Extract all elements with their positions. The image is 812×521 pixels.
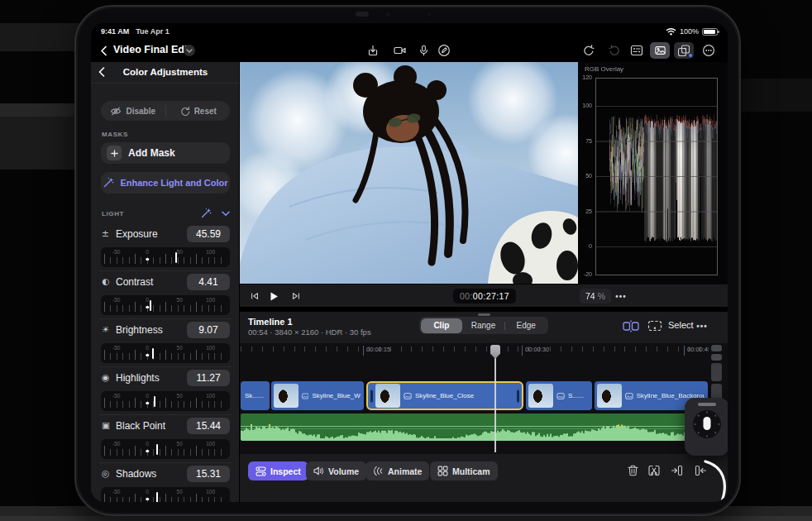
clip-selected[interactable]: Skyline_Blue_Close: [366, 381, 523, 410]
slider-value-field[interactable]: 15.44: [187, 418, 230, 434]
mode-edge[interactable]: Edge: [505, 318, 547, 333]
clip-options-button[interactable]: [646, 319, 664, 332]
ellipsis-icon: •••: [615, 292, 627, 301]
mode-range[interactable]: Range: [462, 318, 504, 333]
slider-thumb[interactable]: [156, 444, 158, 455]
play-button[interactable]: [267, 290, 280, 302]
record-video-button[interactable]: [390, 42, 408, 59]
slider-thumb[interactable]: [156, 492, 158, 502]
slider-thumb[interactable]: [152, 348, 154, 359]
timeline-more-button[interactable]: •••: [693, 319, 711, 332]
timecode-display[interactable]: 00:00:27:17: [453, 289, 516, 304]
panel-resize-handle[interactable]: [478, 313, 490, 316]
auto-enhance-icon[interactable]: [200, 208, 212, 219]
slider-value-field[interactable]: 4.41: [187, 274, 230, 290]
inspect-button[interactable]: Inspect: [248, 461, 308, 480]
wifi-icon: [666, 27, 676, 36]
exposure-icon: ±: [102, 228, 113, 238]
collapse-chevron-icon[interactable]: [222, 211, 230, 217]
pencil-icon: [437, 44, 451, 57]
reset-icon: [179, 106, 190, 117]
slider-label: Black Point: [116, 420, 165, 432]
reset-button[interactable]: Reset: [166, 101, 231, 121]
timeline-ruler[interactable]: [241, 347, 709, 351]
clip[interactable]: S......: [526, 381, 592, 410]
select-mode-button[interactable]: Select: [668, 320, 694, 330]
clip-name: Sk......: [243, 392, 264, 399]
jog-dial-icon: [690, 408, 724, 441]
add-mask-button[interactable]: Add Mask: [101, 142, 230, 164]
slider-thumb[interactable]: [175, 252, 177, 263]
playhead-line: [494, 345, 496, 452]
disable-button[interactable]: Disable: [101, 101, 165, 121]
redo-button[interactable]: [605, 42, 623, 59]
effects-browser-button[interactable]: [674, 42, 694, 59]
speaker-icon: [313, 466, 324, 476]
viewer-more-button[interactable]: •••: [614, 290, 628, 302]
background-panel: [0, 117, 79, 170]
slider-track[interactable]: -50 0 50 100: [101, 295, 230, 315]
date: Tue Apr 1: [136, 27, 170, 36]
pencil-stroke-decoration: [699, 460, 728, 502]
pencil-settings-button[interactable]: [435, 42, 453, 59]
animate-button[interactable]: Animate: [365, 461, 429, 480]
scope-panel: RGB Overlay 120 100 75 50 25 0 -20: [578, 62, 728, 284]
delete-button[interactable]: [625, 463, 640, 478]
clip-name: Skyline_Blue_Close: [415, 392, 474, 399]
more-button[interactable]: [700, 42, 718, 59]
slider-value-field[interactable]: 11.27: [187, 370, 230, 386]
import-button[interactable]: [364, 42, 382, 59]
zoom-level[interactable]: 74 %: [580, 289, 611, 304]
skip-back-button[interactable]: [248, 290, 261, 302]
slider-value-field[interactable]: 9.07: [187, 322, 230, 338]
project-title[interactable]: Video Final Edit: [113, 44, 191, 55]
clock: 9:41 AM: [101, 27, 129, 36]
jog-wheel-grip[interactable]: [698, 403, 716, 406]
preview-image: [240, 62, 578, 284]
inspector-toggle-button[interactable]: [628, 42, 646, 59]
video-preview[interactable]: [240, 62, 578, 284]
inspect-icon: [256, 466, 266, 477]
slider-track[interactable]: -50 0 50 100: [101, 391, 230, 411]
split-clip-icon: [647, 464, 661, 477]
timecode-value: 00:27:17: [473, 291, 509, 301]
transport-bar: 00:00:27:17 74 % •••: [240, 284, 728, 307]
origin-dot: [146, 258, 149, 261]
origin-dot: [146, 306, 149, 309]
record-audio-button[interactable]: [414, 42, 432, 59]
clip-thumbnail: [375, 384, 400, 408]
clip-name: S......: [568, 392, 584, 399]
contrast-icon: ◐: [102, 276, 113, 286]
slider-track[interactable]: -50 0 50 100: [101, 487, 230, 502]
blade-button[interactable]: [647, 463, 662, 478]
title-menu-button[interactable]: [184, 45, 195, 56]
magnetic-timeline-button[interactable]: [622, 319, 640, 332]
ruler-label: 00:00:45: [684, 346, 709, 356]
skip-forward-button[interactable]: [289, 290, 303, 302]
insert-clip-button[interactable]: [670, 463, 685, 478]
screen: 9:41 AM Tue Apr 1 100% Video Fina: [91, 23, 728, 502]
slider-value-field[interactable]: 45.59: [187, 226, 230, 242]
playhead[interactable]: [490, 345, 500, 359]
back-button[interactable]: [94, 42, 112, 59]
mode-clip[interactable]: Clip: [421, 318, 463, 333]
undo-button[interactable]: [580, 42, 598, 59]
slider-track[interactable]: -50 0 50 100: [101, 343, 230, 363]
clip[interactable]: Sk......: [241, 381, 270, 410]
clip[interactable]: Skyline_Blue_Wide: [271, 381, 364, 410]
volume-button[interactable]: Volume: [306, 461, 366, 480]
timeline-title: Timeline 1: [248, 317, 293, 327]
enhance-button[interactable]: Enhance Light and Color: [101, 172, 230, 194]
slider-thumb[interactable]: [150, 300, 151, 311]
front-camera: [386, 12, 390, 17]
slider-track[interactable]: -50 0 50 100: [101, 439, 230, 459]
audio-track[interactable]: [241, 413, 708, 441]
animate-label: Animate: [388, 466, 422, 476]
scope-tick: 25: [578, 208, 592, 214]
slider-value-field[interactable]: 15.31: [187, 466, 230, 482]
jog-wheel[interactable]: [685, 398, 728, 456]
multicam-button[interactable]: Multicam: [430, 461, 498, 480]
slider-thumb[interactable]: [154, 396, 155, 407]
media-browser-button[interactable]: [650, 42, 670, 59]
slider-track[interactable]: -50 0 50 100: [101, 247, 230, 267]
